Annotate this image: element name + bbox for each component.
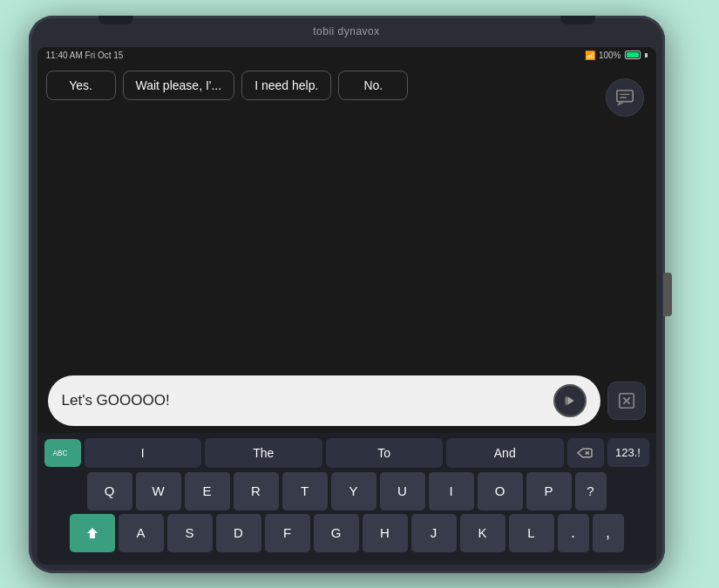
key-r[interactable]: R [234,472,279,510]
key-q[interactable]: Q [87,472,132,510]
svg-rect-4 [565,396,566,404]
key-o[interactable]: O [478,472,523,510]
key-h[interactable]: H [363,514,408,552]
word-key-i[interactable]: I [85,438,202,468]
backspace-key[interactable] [567,438,604,468]
phrases-area: Yes. Wait please, I'... I need help. No. [37,64,656,368]
tablet-shell: tobii dynavox 11:40 AM Fri Oct 15 📶 100% [29,16,665,573]
key-f[interactable]: F [265,514,310,552]
key-a[interactable]: A [119,514,164,552]
key-g[interactable]: G [314,514,359,552]
phrase-button-help[interactable]: I need help. [241,71,331,100]
svg-marker-3 [567,396,573,404]
word-key-to[interactable]: To [326,438,444,468]
side-button[interactable] [663,273,672,316]
battery-percent: 100% [599,51,621,60]
word-suggestion-row: ABC I The To And 123.! [44,438,649,468]
phrase-button-wait[interactable]: Wait please, I'... [123,71,235,100]
keyboard-area: ABC I The To And 123.! Q [37,433,656,564]
notch-right [560,16,595,24]
key-w[interactable]: W [136,472,181,510]
wifi-icon: 📶 [585,51,595,60]
status-icons: 📶 100% [585,51,648,60]
key-e[interactable]: E [185,472,230,510]
status-bar: 11:40 AM Fri Oct 15 📶 100% [37,47,656,64]
phrase-button-no[interactable]: No. [338,71,408,100]
brand-label: tobii dynavox [313,25,380,37]
key-y[interactable]: Y [331,472,376,510]
status-time: 11:40 AM Fri Oct 15 [46,51,124,60]
key-u[interactable]: U [380,472,425,510]
battery-box [625,51,641,59]
key-i[interactable]: I [429,472,474,510]
nums-key[interactable]: 123.! [607,438,649,467]
word-key-the[interactable]: The [205,438,322,468]
key-row-asdf: A S D F G H J K L . , [44,514,649,552]
svg-text:ABC: ABC [52,449,67,457]
key-period[interactable]: . [558,514,589,552]
key-p[interactable]: P [526,472,572,510]
notch-left [98,16,133,24]
svg-rect-0 [616,90,632,101]
play-button[interactable] [553,384,587,417]
key-d[interactable]: D [216,514,261,552]
key-t[interactable]: T [282,472,328,510]
key-comma[interactable]: , [593,514,624,552]
tablet-screen: 11:40 AM Fri Oct 15 📶 100% Yes. [37,47,656,564]
key-question[interactable]: ? [575,472,607,510]
key-l[interactable]: L [509,514,554,552]
shift-key[interactable] [70,514,115,552]
key-s[interactable]: S [167,514,213,552]
phrase-row-1: Yes. Wait please, I'... I need help. No. [46,71,604,100]
input-area: Let's GOOOOO! [37,368,656,433]
text-input-bar[interactable]: Let's GOOOOO! [48,375,600,426]
key-row-qwerty: Q W E R T Y U I O P ? [44,472,649,510]
key-k[interactable]: K [460,514,505,552]
input-text: Let's GOOOOO! [62,392,170,409]
phrase-button-yes[interactable]: Yes. [46,71,116,100]
clear-button[interactable] [607,382,646,420]
chat-icon-button[interactable] [606,78,644,117]
key-j[interactable]: J [411,514,457,552]
word-key-and[interactable]: And [446,438,564,468]
tablet-top-bar: tobii dynavox [29,16,665,47]
battery-tip [645,53,648,57]
battery-fill [627,52,639,57]
abc-key[interactable]: ABC [44,439,81,467]
